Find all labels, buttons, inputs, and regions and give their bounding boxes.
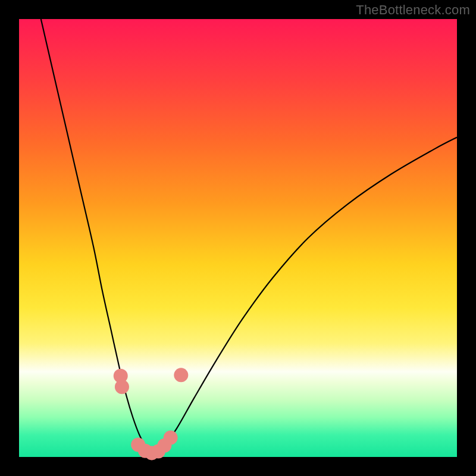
chart-plot-area xyxy=(19,19,457,457)
chart-marker xyxy=(174,368,188,382)
chart-frame: TheBottleneck.com xyxy=(0,0,476,476)
chart-marker xyxy=(164,431,178,445)
bottleneck-curve xyxy=(41,19,457,453)
watermark-text: TheBottleneck.com xyxy=(356,2,470,18)
chart-markers xyxy=(114,368,189,460)
chart-marker xyxy=(115,380,129,394)
chart-svg xyxy=(19,19,457,457)
